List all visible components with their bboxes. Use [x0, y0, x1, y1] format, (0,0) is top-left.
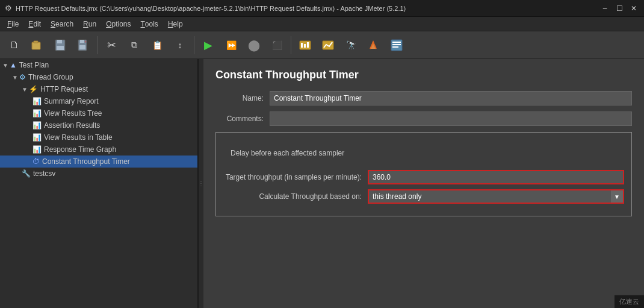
assertionresults-icon: 📊: [33, 121, 42, 130]
tree-item-constantthroughput[interactable]: ⏱ Constant Throughput Timer: [0, 156, 197, 168]
testplan-icon: ▲: [10, 61, 17, 69]
svg-rect-6: [80, 40, 84, 43]
tree-panel: ▼ ▲ Test Plan ▼ ⚙ Thread Group ▼ ⚡ HTTP …: [0, 59, 199, 308]
window-controls: – ☐ ✕: [599, 3, 639, 14]
copy-button[interactable]: ⧉: [123, 34, 145, 56]
menu-help[interactable]: Help: [163, 17, 188, 31]
close-button[interactable]: ✕: [628, 3, 639, 14]
minimize-button[interactable]: –: [599, 3, 610, 14]
tree-item-httprequest[interactable]: ▼ ⚡ HTTP Request: [0, 83, 197, 95]
comments-row: Comments:: [215, 112, 632, 126]
menu-search[interactable]: Search: [46, 17, 78, 31]
clear-button[interactable]: [363, 34, 385, 56]
constantthroughput-icon: ⏱: [33, 157, 40, 166]
tree-item-viewresultstree[interactable]: 📊 View Results Tree: [0, 107, 197, 119]
maximize-button[interactable]: ☐: [614, 3, 625, 14]
svg-rect-3: [57, 40, 62, 43]
tree-label-viewresultstable: View Results in Table: [44, 133, 113, 142]
saveas-button[interactable]: +: [72, 34, 94, 56]
main-area: ▼ ▲ Test Plan ▼ ⚙ Thread Group ▼ ⚡ HTTP …: [0, 59, 644, 308]
svg-rect-4: [57, 46, 64, 50]
paste-button[interactable]: 📋: [146, 34, 168, 56]
testcsv-icon: 🔧: [22, 169, 31, 178]
menu-tools[interactable]: Tools: [136, 17, 163, 31]
calculate-select[interactable]: this thread only ▼: [368, 189, 624, 204]
save-button[interactable]: [49, 34, 71, 56]
new-button[interactable]: 🗋: [4, 34, 25, 56]
svg-rect-10: [301, 43, 303, 48]
watermark-text: 亿速云: [619, 298, 639, 305]
panel-title: Constant Throughput Timer: [215, 69, 632, 81]
results-button[interactable]: [386, 34, 407, 56]
section-title: Delay before each affected sampler: [228, 149, 347, 157]
svg-rect-0: [32, 42, 40, 49]
calculate-label: Calculate Throughput based on:: [223, 192, 368, 201]
right-panel: Constant Throughput Timer Name: Comments…: [203, 59, 644, 308]
bottom-bar: 亿速云: [615, 295, 644, 308]
comments-input[interactable]: [270, 112, 632, 126]
title-bar: ⚙ HTTP Request Defaults.jmx (C:\Users\yu…: [0, 0, 644, 17]
tree-label-constantthroughput: Constant Throughput Timer: [42, 157, 130, 166]
tree-label-summaryreport: Summary Report: [44, 97, 99, 105]
menu-edit[interactable]: Edit: [23, 17, 46, 31]
toolbar-sep-3: [291, 36, 291, 54]
tree-label-responsetimegraph: Response Time Graph: [44, 145, 116, 154]
delay-section: Delay before each affected sampler Targe…: [215, 132, 632, 216]
calculate-dropdown-arrow[interactable]: ▼: [611, 190, 623, 203]
app-icon: ⚙: [5, 4, 12, 13]
name-label: Name:: [215, 94, 270, 102]
resize-handle[interactable]: ⋮: [199, 59, 203, 308]
menu-options[interactable]: Options: [101, 17, 135, 31]
menu-file[interactable]: File: [2, 17, 23, 31]
shutdown-button[interactable]: ⬛: [266, 34, 288, 56]
svg-marker-14: [372, 40, 374, 43]
tree-item-responsetimegraph[interactable]: 📊 Response Time Graph: [0, 143, 197, 156]
svg-text:+: +: [84, 39, 87, 45]
tree-label-testplan: Test Plan: [19, 61, 49, 69]
svg-rect-16: [392, 42, 401, 43]
tree-label-httprequest: HTTP Request: [40, 85, 88, 93]
tree-item-assertionresults[interactable]: 📊 Assertion Results: [0, 119, 197, 131]
open-button[interactable]: [26, 34, 48, 56]
tree-label-assertionresults: Assertion Results: [44, 121, 100, 130]
svg-rect-1: [34, 41, 38, 43]
name-input[interactable]: [270, 91, 632, 105]
cut-button[interactable]: ✂: [101, 34, 122, 56]
calculate-row: Calculate Throughput based on: this thre…: [223, 189, 624, 204]
target-label: Target throughput (in samples per minute…: [223, 173, 368, 181]
viewresultstable-icon: 📊: [33, 133, 42, 142]
tree-item-summaryreport[interactable]: 📊 Summary Report: [0, 95, 197, 107]
tree-item-viewresultstable[interactable]: 📊 View Results in Table: [0, 131, 197, 143]
tree-toggle-httprequest[interactable]: ▼: [22, 86, 28, 93]
tree-label-testcsv: testcsv: [33, 169, 55, 178]
tree-toggle-testplan[interactable]: ▼: [2, 62, 8, 69]
svg-rect-17: [392, 44, 401, 45]
name-row: Name:: [215, 91, 632, 105]
tree-item-testplan[interactable]: ▼ ▲ Test Plan: [0, 59, 197, 71]
start-button[interactable]: ▶: [197, 34, 219, 56]
toolbar-sep-1: [97, 36, 98, 54]
menu-bar: File Edit Search Run Options Tools Help: [0, 17, 644, 31]
toolbar-sep-2: [194, 36, 194, 54]
tree-item-threadgroup[interactable]: ▼ ⚙ Thread Group: [0, 71, 197, 83]
tree-toggle-threadgroup[interactable]: ▼: [12, 74, 18, 81]
responsetimegraph-icon: 📊: [33, 145, 42, 154]
report1-button[interactable]: [294, 34, 316, 56]
calculate-select-value: this thread only: [369, 190, 611, 203]
threadgroup-icon: ⚙: [19, 73, 26, 81]
report2-button[interactable]: [317, 34, 339, 56]
toolbar: 🗋 + ✂ ⧉ 📋 ↕ ▶ ⏩ ⬤ ⬛ 🔭: [0, 31, 644, 59]
binoculars-button[interactable]: 🔭: [340, 34, 362, 56]
tree-label-threadgroup: Thread Group: [28, 73, 73, 81]
comments-label: Comments:: [215, 115, 270, 123]
stop-button[interactable]: ⬤: [243, 34, 265, 56]
tree-item-testcsv[interactable]: 🔧 testcsv: [0, 168, 197, 180]
tree-label-viewresultstree: View Results Tree: [44, 109, 102, 118]
menu-run[interactable]: Run: [78, 17, 101, 31]
svg-rect-18: [392, 46, 398, 48]
expand-button[interactable]: ↕: [169, 34, 191, 56]
svg-rect-11: [304, 44, 306, 48]
target-input[interactable]: [368, 170, 624, 184]
start-nopause-button[interactable]: ⏩: [220, 34, 242, 56]
viewresultstree-icon: 📊: [33, 109, 42, 118]
